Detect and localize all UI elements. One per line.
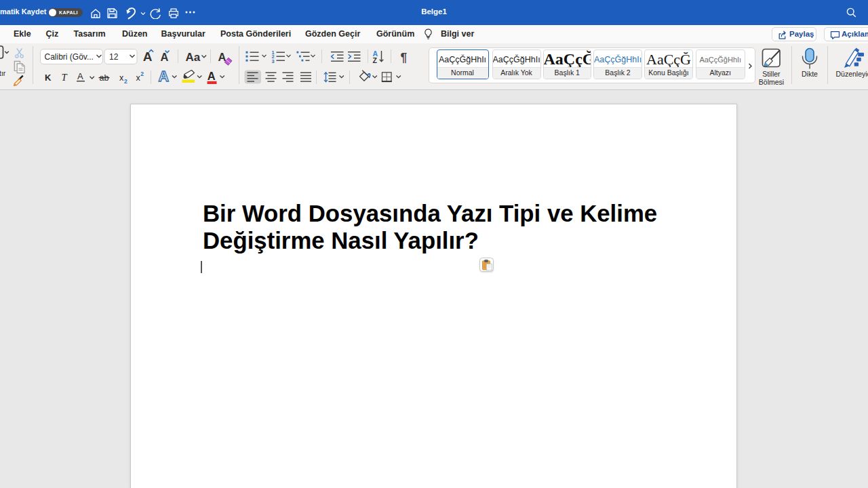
svg-text:A: A bbox=[77, 71, 83, 81]
svg-text:2: 2 bbox=[124, 78, 127, 85]
svg-text:Düzenleyic: Düzenleyic bbox=[836, 70, 868, 78]
svg-text:T: T bbox=[62, 72, 68, 83]
svg-text:K: K bbox=[45, 73, 52, 83]
svg-text:Stiller: Stiller bbox=[762, 70, 781, 78]
svg-text:2: 2 bbox=[140, 70, 144, 77]
svg-text:12: 12 bbox=[109, 52, 119, 62]
svg-text:Bölmesi: Bölmesi bbox=[759, 78, 784, 86]
svg-text:Dikte: Dikte bbox=[802, 70, 818, 78]
svg-text:¶: ¶ bbox=[401, 51, 408, 64]
svg-text:A: A bbox=[208, 70, 216, 82]
svg-text:x: x bbox=[119, 73, 124, 83]
svg-text:Z: Z bbox=[373, 56, 378, 64]
svg-text:A: A bbox=[143, 49, 153, 64]
svg-text:tır: tır bbox=[0, 69, 6, 77]
svg-text:Aa: Aa bbox=[186, 51, 201, 64]
svg-text:A: A bbox=[218, 51, 226, 63]
svg-text:3: 3 bbox=[272, 58, 275, 64]
svg-text:A: A bbox=[159, 68, 170, 85]
svg-text:Calibri (Göv...: Calibri (Göv... bbox=[45, 52, 94, 62]
